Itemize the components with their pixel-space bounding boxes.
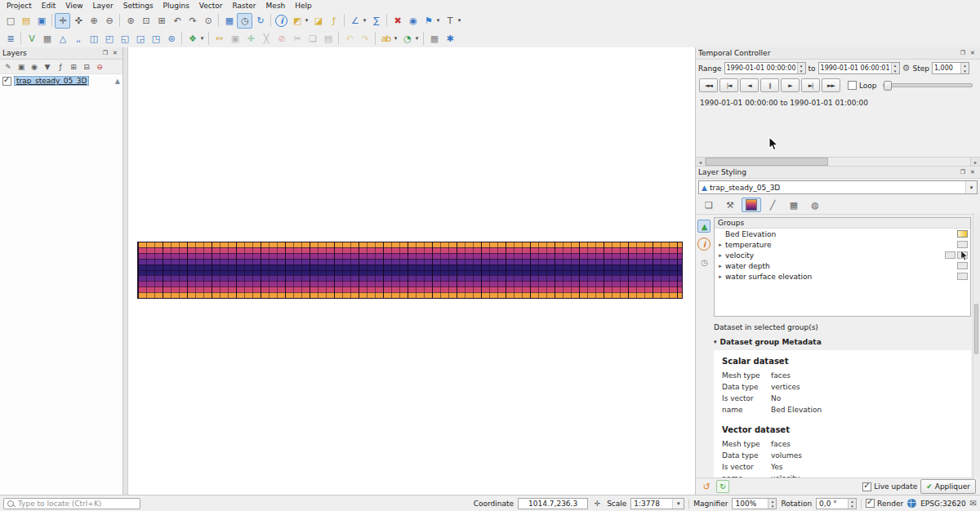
spin-down-icon[interactable]: ▾ [849, 504, 856, 509]
combo-dropdown-icon[interactable]: ▾ [965, 181, 977, 193]
temporal-controller-button[interactable]: ◷ [237, 13, 252, 29]
spin-down-icon[interactable]: ▾ [768, 504, 776, 509]
range-start-input[interactable]: 1990-01-01 00:00:00 ▴▾ [724, 62, 806, 74]
pan-map-button[interactable]: ✛ [55, 13, 70, 29]
scalar-display-toggle[interactable] [957, 262, 968, 269]
skip-to-start-button[interactable]: |◄ [719, 78, 738, 92]
styling-vertical-scrollbar[interactable] [973, 213, 980, 478]
labeling-menu-button[interactable]: ▾ [391, 31, 399, 47]
data-source-manager-button[interactable]: ≣ [2, 31, 18, 47]
live-update-checkbox[interactable]: Live update [862, 482, 917, 491]
scalar-display-toggle[interactable] [945, 251, 956, 259]
layers-panel-close-button[interactable]: ✕ [110, 49, 120, 58]
step-input[interactable]: 1,000 ▴▾ [932, 62, 969, 74]
add-raster-layer-button[interactable]: ▦ [39, 31, 55, 47]
menu-help[interactable]: Help [290, 1, 317, 11]
undo-button[interactable]: ↶ [341, 31, 357, 47]
collapse-arrow-icon[interactable]: ▾ [714, 339, 717, 345]
bookmark-menu-button[interactable]: ▾ [434, 13, 442, 29]
measure-menu-button[interactable]: ▾ [360, 13, 368, 29]
map-canvas[interactable] [128, 47, 695, 495]
add-wfs-layer-button[interactable]: ◳ [148, 31, 163, 47]
step-spinner[interactable]: ▴▾ [960, 63, 969, 73]
dataset-group-row[interactable]: Bed Elevation [715, 229, 970, 239]
messages-icon[interactable]: ✉ [970, 499, 977, 508]
temporal-settings-gear-icon[interactable]: ⚙ [902, 63, 911, 73]
layers-panel-float-button[interactable]: ❐ [100, 49, 110, 58]
expand-arrow-icon[interactable]: ▸ [717, 263, 724, 269]
apply-button[interactable]: ✔ Appliquer [920, 479, 976, 494]
scrollbar-track[interactable] [706, 158, 970, 166]
scalar-display-toggle[interactable] [957, 241, 968, 248]
globe-icon[interactable] [907, 499, 916, 508]
grid-tab[interactable]: ▦ [784, 198, 804, 212]
layer-row[interactable]: trap_steady_05_3D ▲ [0, 74, 122, 87]
step-value[interactable]: 1,000 [933, 63, 960, 73]
menu-plugins[interactable]: Plugins [158, 1, 194, 11]
statistical-summary-button[interactable]: ∑ [368, 13, 384, 29]
zoom-last-button[interactable]: ↶ [169, 13, 185, 29]
step-forward-button[interactable]: ►| [801, 78, 820, 92]
zoom-full-button[interactable]: ⊛ [122, 13, 138, 29]
add-group-button[interactable]: ▣ [15, 60, 27, 73]
save-layer-edits-button[interactable]: ▣ [227, 31, 243, 47]
delete-selected-button[interactable]: ⊘ [274, 31, 289, 47]
spin-down-icon[interactable]: ▾ [798, 69, 805, 74]
zoom-out-button[interactable]: ⊖ [101, 13, 117, 29]
new-map-view-button[interactable]: ▦ [221, 13, 237, 29]
menu-vector[interactable]: Vector [194, 1, 228, 11]
combo-dropdown-icon[interactable]: ▾ [672, 499, 684, 509]
add-delimited-text-button[interactable]: ,, [70, 31, 86, 47]
scale-value[interactable]: 1:3778 [634, 500, 672, 508]
filter-legend-button[interactable]: ▼ [41, 60, 53, 73]
zoom-native-button[interactable]: ⊙ [200, 13, 216, 29]
select-features-menu-button[interactable]: ▾ [302, 13, 310, 29]
magnifier-spinner[interactable]: ▴▾ [768, 499, 776, 509]
history-tab[interactable]: ◷ [697, 256, 710, 269]
line-style-tab[interactable]: ╱ [763, 198, 782, 212]
coordinate-extent-icon[interactable]: ✛ [592, 497, 603, 510]
badge-tab[interactable]: ❏ [699, 198, 719, 212]
scalar-display-toggle[interactable] [957, 230, 968, 238]
open-layer-styling-panel-button[interactable]: ✎ [2, 60, 14, 73]
processing-toolbox-button[interactable]: ✱ [442, 31, 457, 47]
cut-features-button[interactable]: ✂ [289, 31, 305, 47]
dataset-group-row[interactable]: ▸velocity [715, 250, 970, 260]
magnifier-value[interactable]: 100% [735, 500, 768, 508]
save-project-button[interactable]: ▣ [33, 13, 49, 29]
zoom-to-selection-button[interactable]: ⊡ [138, 13, 154, 29]
layer-name[interactable]: trap_steady_05_3D [14, 76, 89, 86]
attribute-table-button[interactable]: ▦ [426, 31, 442, 47]
open-project-button[interactable]: ▤ [18, 13, 33, 29]
spin-down-icon[interactable]: ▾ [892, 69, 899, 74]
add-spatialite-layer-button[interactable]: ◰ [101, 31, 117, 47]
render-checkbox[interactable]: Render [866, 499, 903, 508]
filter-by-expression-button[interactable]: ƒ [54, 60, 66, 73]
add-wms-layer-button[interactable]: ◱ [117, 31, 132, 47]
animation-slider[interactable] [883, 83, 973, 87]
tools-tab[interactable]: ⚒ [720, 198, 740, 212]
refresh-map-button[interactable]: ↻ [252, 13, 268, 29]
rewind-button[interactable]: ◄◄ [699, 78, 718, 92]
add-mesh-layer-button[interactable]: △ [55, 31, 70, 47]
scroll-right-icon[interactable]: ▸ [970, 158, 980, 166]
expand-arrow-icon[interactable]: ▸ [717, 252, 724, 259]
color-ramp-tab[interactable] [742, 198, 761, 212]
menu-settings[interactable]: Settings [118, 1, 158, 11]
range-end-input[interactable]: 1990-01-01 06:00:01 ▴▾ [818, 62, 900, 74]
expand-all-button[interactable]: ⊞ [67, 60, 79, 73]
scalar-display-toggle[interactable] [957, 273, 968, 280]
loop-box[interactable] [848, 81, 857, 90]
play-button[interactable]: ► [781, 78, 800, 92]
diagram-menu-button[interactable]: ▾ [412, 31, 421, 47]
new-layer-dropdown-button[interactable]: ▾ [198, 31, 206, 47]
menu-raster[interactable]: Raster [228, 1, 261, 11]
menu-view[interactable]: View [60, 1, 87, 11]
add-xyz-layer-button[interactable]: ⊚ [163, 31, 179, 47]
dataset-group-row[interactable]: ▸water surface elevation [715, 271, 970, 282]
dataset-group-row[interactable]: ▸water depth [715, 260, 970, 271]
scrollbar-thumb[interactable] [706, 158, 828, 166]
reset-style-icon[interactable]: ↺ [700, 480, 713, 493]
temporal-horizontal-scrollbar[interactable]: ◂ ▸ [696, 157, 980, 167]
temporal-close-button[interactable]: ✕ [968, 49, 978, 58]
